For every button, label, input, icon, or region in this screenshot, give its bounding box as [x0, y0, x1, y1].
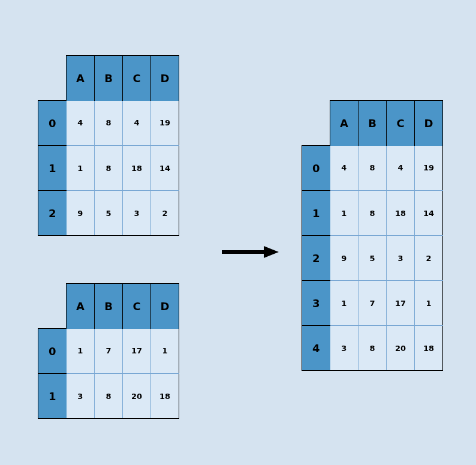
data-cell: 14	[415, 191, 443, 236]
data-cell: 1	[330, 191, 358, 236]
corner-cell	[302, 101, 330, 146]
data-cell: 3	[67, 374, 95, 419]
data-cell: 7	[358, 281, 387, 326]
data-cell: 19	[151, 101, 179, 146]
data-cell: 4	[123, 101, 151, 146]
row-index: 2	[38, 191, 67, 236]
svg-marker-1	[264, 246, 279, 258]
col-header: C	[123, 56, 151, 101]
data-cell: 9	[67, 191, 95, 236]
data-cell: 17	[387, 281, 415, 326]
data-cell: 14	[151, 146, 179, 191]
data-cell: 1	[415, 281, 443, 326]
col-header: D	[151, 284, 179, 329]
data-cell: 20	[123, 374, 151, 419]
data-cell: 18	[415, 326, 443, 371]
arrow-icon	[222, 246, 279, 258]
col-header: B	[358, 101, 387, 146]
data-cell: 8	[95, 146, 123, 191]
data-cell: 18	[151, 374, 179, 419]
data-cell: 3	[123, 191, 151, 236]
col-header: D	[415, 101, 443, 146]
table-top-left: A B C D 0 4 8 4 19 1 1 8 18 14 2 9 5 3 2	[38, 55, 179, 236]
data-cell: 18	[123, 146, 151, 191]
corner-cell	[38, 284, 67, 329]
col-header: C	[387, 101, 415, 146]
data-cell: 2	[151, 191, 179, 236]
data-cell: 8	[95, 374, 123, 419]
row-index: 1	[302, 191, 330, 236]
data-cell: 3	[387, 236, 415, 281]
col-header: D	[151, 56, 179, 101]
data-cell: 17	[123, 329, 151, 374]
data-cell: 4	[387, 146, 415, 191]
col-header: B	[95, 56, 123, 101]
row-index: 1	[38, 374, 67, 419]
data-cell: 1	[151, 329, 179, 374]
dataframe-table: A B C D 0 1 7 17 1 1 3 8 20 18	[38, 283, 179, 419]
data-cell: 1	[330, 281, 358, 326]
data-cell: 8	[358, 326, 387, 371]
data-cell: 19	[415, 146, 443, 191]
table-bottom-left: A B C D 0 1 7 17 1 1 3 8 20 18	[38, 283, 179, 419]
data-cell: 18	[387, 191, 415, 236]
data-cell: 2	[415, 236, 443, 281]
row-index: 4	[302, 326, 330, 371]
col-header: C	[123, 284, 151, 329]
row-index: 0	[302, 146, 330, 191]
data-cell: 20	[387, 326, 415, 371]
corner-cell	[38, 56, 67, 101]
col-header: A	[330, 101, 358, 146]
row-index: 2	[302, 236, 330, 281]
data-cell: 8	[358, 146, 387, 191]
col-header: B	[95, 284, 123, 329]
data-cell: 3	[330, 326, 358, 371]
data-cell: 8	[95, 101, 123, 146]
row-index: 0	[38, 329, 67, 374]
dataframe-table: A B C D 0 4 8 4 19 1 1 8 18 14 2 9 5 3 2…	[302, 100, 443, 371]
row-index: 3	[302, 281, 330, 326]
data-cell: 1	[67, 146, 95, 191]
row-index: 0	[38, 101, 67, 146]
data-cell: 4	[330, 146, 358, 191]
data-cell: 4	[67, 101, 95, 146]
dataframe-table: A B C D 0 4 8 4 19 1 1 8 18 14 2 9 5 3 2	[38, 55, 179, 236]
data-cell: 8	[358, 191, 387, 236]
data-cell: 5	[358, 236, 387, 281]
data-cell: 5	[95, 191, 123, 236]
data-cell: 9	[330, 236, 358, 281]
data-cell: 1	[67, 329, 95, 374]
data-cell: 7	[95, 329, 123, 374]
row-index: 1	[38, 146, 67, 191]
col-header: A	[67, 56, 95, 101]
table-right: A B C D 0 4 8 4 19 1 1 8 18 14 2 9 5 3 2…	[302, 100, 443, 371]
col-header: A	[67, 284, 95, 329]
